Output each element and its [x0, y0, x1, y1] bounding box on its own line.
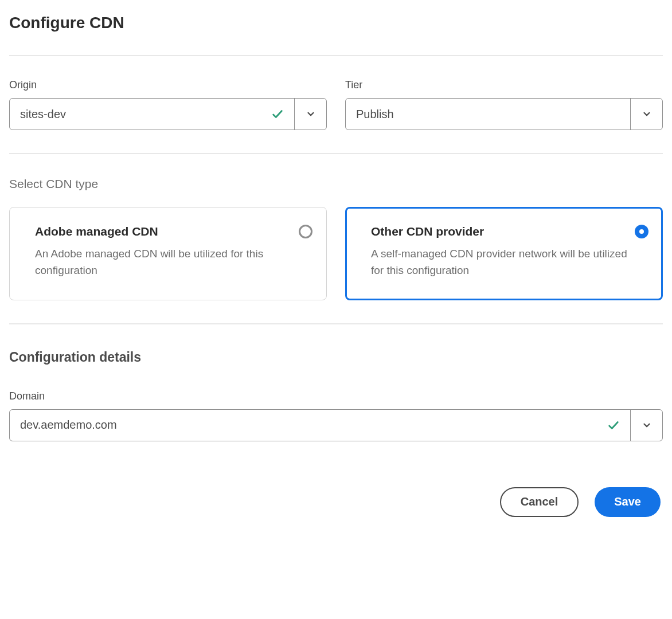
chevron-down-icon: [306, 109, 316, 119]
page-title: Configure CDN: [9, 14, 663, 32]
tier-group: Tier Publish: [345, 79, 663, 130]
origin-select-toggle[interactable]: [294, 99, 326, 130]
origin-select[interactable]: sites-dev: [9, 98, 327, 130]
tier-select-value: Publish: [346, 99, 630, 130]
cdn-option-desc: An Adobe managed CDN will be utilized fo…: [35, 245, 301, 279]
origin-select-value: sites-dev: [10, 99, 294, 130]
divider: [9, 153, 663, 154]
origin-group: Origin sites-dev: [9, 79, 327, 130]
cdn-option-other[interactable]: Other CDN provider A self-managed CDN pr…: [345, 207, 663, 300]
origin-label: Origin: [9, 79, 327, 91]
tier-value-text: Publish: [356, 108, 620, 121]
radio-unselected-icon: [299, 225, 312, 238]
domain-select-value: dev.aemdemo.com: [10, 410, 630, 441]
config-details-heading: Configuration details: [9, 350, 663, 365]
cdn-option-title: Adobe managed CDN: [35, 225, 301, 238]
tier-label: Tier: [345, 79, 663, 91]
origin-tier-row: Origin sites-dev Tier Publish: [9, 79, 663, 130]
chevron-down-icon: [642, 420, 652, 430]
divider: [9, 323, 663, 324]
cdn-option-adobe[interactable]: Adobe managed CDN An Adobe managed CDN w…: [9, 207, 327, 300]
cdn-option-desc: A self-managed CDN provider network will…: [371, 245, 637, 279]
cancel-button[interactable]: Cancel: [500, 487, 579, 517]
divider: [9, 55, 663, 56]
checkmark-icon: [607, 419, 620, 432]
tier-select[interactable]: Publish: [345, 98, 663, 130]
tier-select-toggle[interactable]: [630, 99, 662, 130]
origin-value-text: sites-dev: [20, 108, 265, 121]
config-details-section: Configuration details Domain dev.aemdemo…: [9, 350, 663, 441]
cdn-option-title: Other CDN provider: [371, 225, 637, 238]
checkmark-icon: [271, 108, 284, 120]
domain-select-toggle[interactable]: [630, 410, 662, 441]
domain-value-text: dev.aemdemo.com: [20, 418, 601, 432]
cdn-type-section-label: Select CDN type: [9, 177, 663, 191]
domain-group: Domain dev.aemdemo.com: [9, 390, 663, 441]
footer-actions: Cancel Save: [9, 487, 663, 517]
domain-label: Domain: [9, 390, 663, 402]
chevron-down-icon: [642, 109, 652, 119]
cdn-type-options: Adobe managed CDN An Adobe managed CDN w…: [9, 207, 663, 300]
radio-selected-icon: [635, 225, 648, 238]
save-button[interactable]: Save: [595, 487, 661, 517]
domain-select[interactable]: dev.aemdemo.com: [9, 409, 663, 441]
